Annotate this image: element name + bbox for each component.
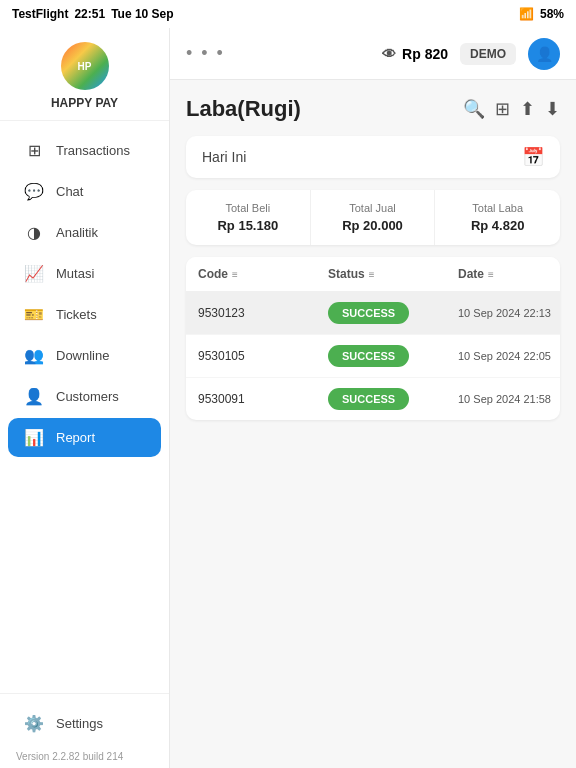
total-laba-value: Rp 4.820 [445, 218, 550, 233]
table-header: Code ≡ Status ≡ Date ≡ Produ [186, 257, 560, 292]
battery-level: 58% [540, 7, 564, 21]
chat-icon: 💬 [24, 182, 44, 201]
total-jual-card: Total Jual Rp 20.000 [311, 190, 436, 245]
sidebar: HP HAPPY PAY ⊞ Transactions 💬 Chat ◑ Ana… [0, 28, 170, 768]
sidebar-item-label: Downline [56, 348, 109, 363]
menu-dots[interactable]: • • • [186, 43, 225, 64]
sidebar-item-label: Mutasi [56, 266, 94, 281]
downline-icon: 👥 [24, 346, 44, 365]
status-badge: SUCCESS [328, 302, 409, 324]
cell-code: 9530105 [198, 349, 328, 363]
sidebar-item-label: Transactions [56, 143, 130, 158]
sidebar-footer: ⚙️ Settings Version 2.2.82 build 214 [0, 693, 169, 768]
header-actions: 🔍 ⊞ ⬆ ⬇ [463, 98, 560, 120]
logo-image: HP [61, 42, 109, 90]
sidebar-item-tickets[interactable]: 🎫 Tickets [8, 295, 161, 334]
status-badge: SUCCESS [328, 345, 409, 367]
status-right: 📶 58% [519, 7, 564, 21]
status-date: Tue 10 Sep [111, 7, 173, 21]
sidebar-item-label: Chat [56, 184, 83, 199]
sidebar-item-label: Customers [56, 389, 119, 404]
total-beli-label: Total Beli [196, 202, 300, 214]
main-content: • • • 👁 Rp 820 DEMO 👤 Laba(Rugi) 🔍 ⊞ ⬆ ⬇ [170, 28, 576, 768]
cell-date: 10 Sep 2024 21:58 [458, 393, 560, 405]
cell-status: SUCCESS [328, 345, 458, 367]
settings-icon: ⚙️ [24, 714, 44, 733]
status-bar: TestFlight 22:51 Tue 10 Sep 📶 58% [0, 0, 576, 28]
app-container: HP HAPPY PAY ⊞ Transactions 💬 Chat ◑ Ana… [0, 28, 576, 768]
filter-icon[interactable]: ≡ [488, 269, 494, 280]
sidebar-item-label: Tickets [56, 307, 97, 322]
cell-code: 9530123 [198, 306, 328, 320]
report-icon: 📊 [24, 428, 44, 447]
analitik-icon: ◑ [24, 223, 44, 242]
total-laba-card: Total Laba Rp 4.820 [435, 190, 560, 245]
cell-date: 10 Sep 2024 22:05 [458, 350, 560, 362]
content-area: Laba(Rugi) 🔍 ⊞ ⬆ ⬇ Hari Ini 📅 Total Beli… [170, 80, 576, 768]
balance-value: Rp 820 [402, 46, 448, 62]
sidebar-nav: ⊞ Transactions 💬 Chat ◑ Analitik 📈 Mutas… [0, 121, 169, 693]
cell-date: 10 Sep 2024 22:13 [458, 307, 560, 319]
sidebar-item-settings[interactable]: ⚙️ Settings [8, 704, 161, 743]
status-left: TestFlight 22:51 Tue 10 Sep [12, 7, 174, 21]
qr-icon[interactable]: ⊞ [495, 98, 510, 120]
column-header-date: Date ≡ [458, 267, 560, 281]
sidebar-item-analitik[interactable]: ◑ Analitik [8, 213, 161, 252]
mutasi-icon: 📈 [24, 264, 44, 283]
wifi-icon: 📶 [519, 7, 534, 21]
status-badge: SUCCESS [328, 388, 409, 410]
table-row[interactable]: 9530123 SUCCESS 10 Sep 2024 22:13 Indose [186, 292, 560, 335]
transactions-icon: ⊞ [24, 141, 44, 160]
search-icon[interactable]: 🔍 [463, 98, 485, 120]
tickets-icon: 🎫 [24, 305, 44, 324]
cell-status: SUCCESS [328, 302, 458, 324]
total-jual-label: Total Jual [321, 202, 425, 214]
sidebar-logo: HP HAPPY PAY [0, 28, 169, 121]
total-beli-value: Rp 15.180 [196, 218, 300, 233]
page-header: Laba(Rugi) 🔍 ⊞ ⬆ ⬇ [186, 96, 560, 122]
customers-icon: 👤 [24, 387, 44, 406]
sidebar-item-label: Analitik [56, 225, 98, 240]
calendar-icon[interactable]: 📅 [522, 146, 544, 168]
data-table: Code ≡ Status ≡ Date ≡ Produ [186, 257, 560, 420]
version-text: Version 2.2.82 build 214 [0, 745, 169, 768]
sidebar-item-report[interactable]: 📊 Report [8, 418, 161, 457]
sidebar-item-downline[interactable]: 👥 Downline [8, 336, 161, 375]
demo-badge: DEMO [460, 43, 516, 65]
total-beli-card: Total Beli Rp 15.180 [186, 190, 311, 245]
column-header-code: Code ≡ [198, 267, 328, 281]
date-filter-label: Hari Ini [202, 149, 246, 165]
cell-code: 9530091 [198, 392, 328, 406]
balance-display: 👁 Rp 820 [382, 46, 448, 62]
sidebar-item-customers[interactable]: 👤 Customers [8, 377, 161, 416]
table-row[interactable]: 9530105 SUCCESS 10 Sep 2024 22:05 PULSA [186, 335, 560, 378]
logo-text: HAPPY PAY [51, 96, 118, 110]
sidebar-item-chat[interactable]: 💬 Chat [8, 172, 161, 211]
filter-icon[interactable]: ≡ [369, 269, 375, 280]
total-jual-value: Rp 20.000 [321, 218, 425, 233]
summary-row: Total Beli Rp 15.180 Total Jual Rp 20.00… [186, 190, 560, 245]
download-icon[interactable]: ⬇ [545, 98, 560, 120]
date-filter[interactable]: Hari Ini 📅 [186, 136, 560, 178]
filter-icon[interactable]: ≡ [232, 269, 238, 280]
top-bar-right: 👁 Rp 820 DEMO 👤 [382, 38, 560, 70]
eye-icon[interactable]: 👁 [382, 46, 396, 62]
settings-label: Settings [56, 716, 103, 731]
app-name: TestFlight [12, 7, 68, 21]
total-laba-label: Total Laba [445, 202, 550, 214]
page-title: Laba(Rugi) [186, 96, 301, 122]
cell-status: SUCCESS [328, 388, 458, 410]
table-row[interactable]: 9530091 SUCCESS 10 Sep 2024 21:58 PULSA [186, 378, 560, 420]
avatar[interactable]: 👤 [528, 38, 560, 70]
column-header-status: Status ≡ [328, 267, 458, 281]
sidebar-item-mutasi[interactable]: 📈 Mutasi [8, 254, 161, 293]
status-time: 22:51 [74, 7, 105, 21]
sidebar-item-label: Report [56, 430, 95, 445]
sidebar-item-transactions[interactable]: ⊞ Transactions [8, 131, 161, 170]
top-bar: • • • 👁 Rp 820 DEMO 👤 [170, 28, 576, 80]
upload-icon[interactable]: ⬆ [520, 98, 535, 120]
